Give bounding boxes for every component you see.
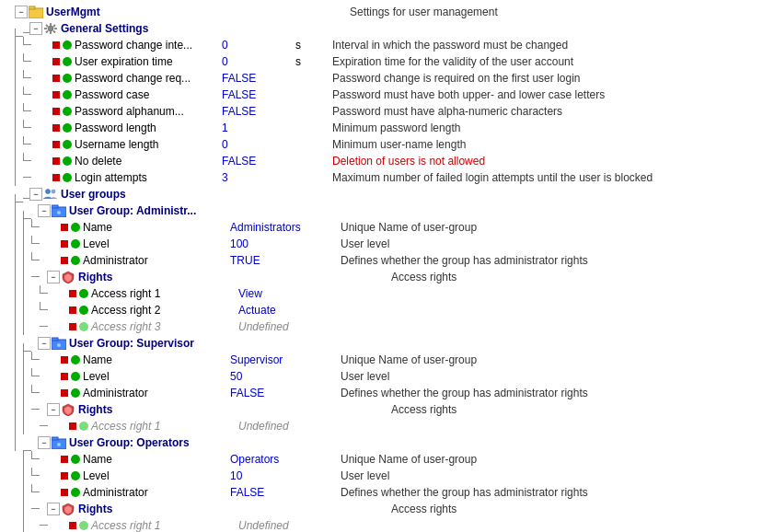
gs-item-5-label: Password length	[75, 121, 222, 134]
ops-ar1-value: Undefined	[238, 519, 312, 532]
gs-item-4-value: FALSE	[222, 105, 295, 118]
sup-admin-row[interactable]: Administrator FALSE Defines whether the …	[0, 385, 774, 401]
admin-ar1-row[interactable]: Access right 1 View	[0, 285, 774, 302]
svg-point-18	[57, 343, 61, 347]
admin-expand[interactable]: −	[38, 204, 51, 217]
gs-item-7-icon	[63, 156, 72, 166]
ug-users-icon	[43, 188, 58, 201]
ops-folder-icon	[52, 436, 66, 449]
ops-rights-expand[interactable]: −	[47, 503, 60, 515]
ug-sup-row[interactable]: − User Group: Supervisor	[0, 335, 774, 352]
svg-point-12	[52, 190, 55, 193]
admin-name-desc: Unique Name of user-group	[322, 221, 477, 234]
ops-rights-row[interactable]: − Rights Access rights	[0, 501, 774, 517]
gs-item-8[interactable]: Login attempts 3 Maximum number of faile…	[0, 169, 774, 186]
ops-admin-label: Administrator	[83, 486, 230, 499]
admin-name-row[interactable]: Name Administrators Unique Name of user-…	[0, 219, 774, 236]
gs-item-4-label: Password alphanum...	[75, 105, 222, 118]
gs-item-2-label: Password change req...	[75, 72, 222, 85]
gs-item-4-desc: Password must have alpha-numeric charact…	[314, 105, 562, 118]
gs-item-7[interactable]: No delete FALSE Deletion of users is not…	[0, 153, 774, 169]
gs-item-6-icon	[63, 140, 72, 149]
sup-ar1-row[interactable]: Access right 1 Undefined	[0, 418, 774, 434]
general-settings-row[interactable]: − General Settings	[0, 20, 774, 37]
gs-item-3-redsq	[52, 91, 60, 98]
gs-item-2-desc: Password change is required on the first…	[314, 72, 580, 85]
ug-expand[interactable]: −	[29, 188, 42, 201]
root-expand[interactable]: −	[15, 6, 28, 18]
gs-item-0-redsq	[52, 41, 60, 49]
ops-level-row[interactable]: Level 10 User level	[0, 468, 774, 484]
admin-rights-expand[interactable]: −	[47, 271, 60, 283]
gs-item-6-value: 0	[222, 138, 295, 151]
gs-item-0-label: Password change inte...	[75, 39, 222, 52]
gs-item-7-value: FALSE	[222, 155, 295, 168]
sup-rights-label: Rights	[78, 403, 225, 416]
admin-level-desc: User level	[322, 237, 389, 250]
ops-admin-desc: Defines whether the group has administra…	[322, 486, 588, 499]
admin-level-label: Level	[83, 237, 230, 250]
user-groups-row[interactable]: − User groups	[0, 186, 774, 202]
gs-item-5-icon	[63, 123, 72, 133]
gs-item-7-label: No delete	[75, 155, 222, 168]
sup-expand[interactable]: −	[38, 337, 51, 350]
sup-level-desc: User level	[322, 370, 389, 383]
gs-item-3[interactable]: Password case FALSE Password must have b…	[0, 87, 774, 103]
admin-ar3-row[interactable]: Access right 3 Undefined	[0, 318, 774, 335]
gs-gear-icon	[43, 22, 58, 35]
svg-point-2	[48, 26, 53, 31]
sup-rights-row[interactable]: − Rights Access rights	[0, 401, 774, 418]
gs-item-7-redsq	[52, 157, 60, 165]
svg-point-15	[57, 211, 61, 214]
ops-ar1-row[interactable]: Access right 1 Undefined	[0, 517, 774, 532]
gs-item-8-redsq	[52, 174, 60, 181]
admin-ar2-row[interactable]: Access right 2 Actuate	[0, 302, 774, 318]
svg-rect-5	[44, 28, 47, 29]
gs-expand[interactable]: −	[29, 22, 42, 35]
sup-admin-desc: Defines whether the group has administra…	[322, 387, 588, 399]
ops-admin-value: FALSE	[230, 486, 304, 499]
sup-name-row[interactable]: Name Supervisor Unique Name of user-grou…	[0, 352, 774, 368]
admin-admin-value: TRUE	[230, 254, 304, 267]
admin-admin-row[interactable]: Administrator TRUE Defines whether the g…	[0, 252, 774, 269]
gs-item-0[interactable]: Password change inte... 0 s Interval in …	[0, 37, 774, 53]
ug-supervisor: − User Group: Supervisor Name Supervisor…	[0, 335, 774, 434]
svg-rect-14	[52, 205, 58, 208]
ug-admin-row[interactable]: − User Group: Administr...	[0, 202, 774, 219]
sup-rights-desc: Access rights	[373, 403, 456, 416]
admin-rights-icon	[61, 271, 75, 283]
gs-item-1[interactable]: User expiration time 0 s Expiration time…	[0, 53, 774, 70]
svg-rect-7	[45, 24, 49, 28]
svg-rect-10	[52, 30, 56, 34]
root-label: UserMgmt	[46, 6, 193, 18]
gs-item-3-icon	[63, 90, 72, 99]
sup-rights-expand[interactable]: −	[47, 403, 60, 416]
gs-item-8-icon	[63, 173, 72, 182]
root-row[interactable]: − UserMgmt Settings for user management	[0, 4, 774, 20]
gs-item-4-redsq	[52, 108, 60, 115]
sup-name-value: Supervisor	[230, 353, 304, 366]
admin-level-row[interactable]: Level 100 User level	[0, 236, 774, 252]
sup-level-row[interactable]: Level 50 User level	[0, 368, 774, 385]
svg-rect-9	[52, 24, 56, 28]
root-folder-icon	[29, 6, 43, 18]
gs-item-4[interactable]: Password alphanum... FALSE Password must…	[0, 103, 774, 120]
gs-item-1-value: 0	[222, 55, 295, 68]
gs-item-5[interactable]: Password length 1 Minimum password lengt…	[0, 120, 774, 136]
admin-rights-row[interactable]: − Rights Access rights	[0, 269, 774, 285]
gs-item-3-value: FALSE	[222, 88, 295, 101]
sup-ar1-value: Undefined	[238, 420, 312, 433]
admin-folder-icon	[52, 204, 66, 217]
gs-item-2[interactable]: Password change req... FALSE Password ch…	[0, 70, 774, 87]
ops-rights-label: Rights	[78, 503, 225, 515]
gs-items: Password change inte... 0 s Interval in …	[0, 37, 774, 186]
admin-label: User Group: Administr...	[69, 204, 216, 217]
ops-name-row[interactable]: Name Operators Unique Name of user-group	[0, 451, 774, 468]
ug-ops-row[interactable]: − User Group: Operators	[0, 434, 774, 451]
gs-item-0-icon	[63, 40, 72, 50]
sup-ar1-label: Access right 1	[91, 420, 238, 433]
gs-item-6[interactable]: Username length 0 Minimum user-name leng…	[0, 136, 774, 153]
ops-admin-row[interactable]: Administrator FALSE Defines whether the …	[0, 484, 774, 501]
ops-expand[interactable]: −	[38, 436, 51, 449]
ug-operators: − User Group: Operators Name Operators U…	[0, 434, 774, 532]
